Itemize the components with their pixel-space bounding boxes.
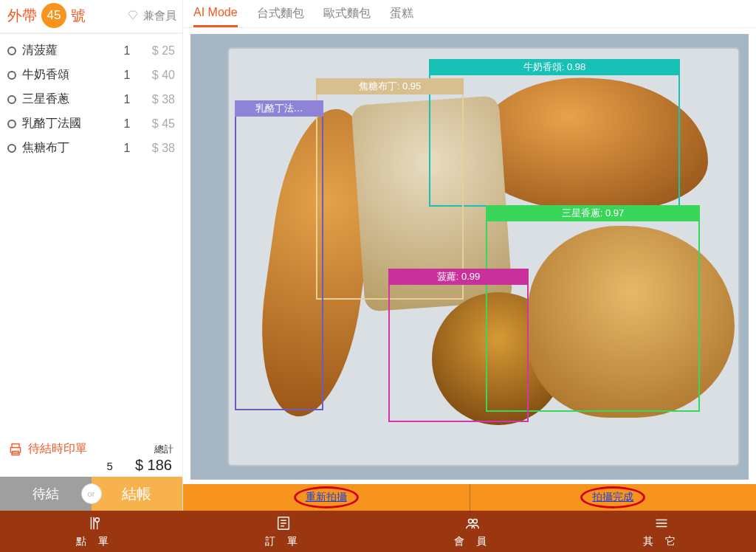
member-chip[interactable]: 兼會員	[127, 9, 176, 23]
hao-label: 號	[71, 6, 86, 26]
camera-action-bar: 重新拍攝 拍攝完成	[183, 484, 756, 511]
item-name: 焦糖布丁	[22, 140, 116, 156]
nav-icon	[86, 515, 103, 534]
item-qty: 1	[116, 117, 138, 131]
svg-point-3	[473, 519, 478, 523]
order-items: 清菠蘿1$ 25牛奶香頌1$ 40三星香蔥1$ 38乳酪丁法國1$ 45焦糖布丁…	[0, 34, 182, 437]
nav-label: 其 它	[643, 535, 680, 548]
nav-icon	[275, 515, 292, 534]
radio-icon	[7, 46, 16, 55]
item-price: $ 38	[138, 142, 175, 155]
radio-icon	[7, 144, 16, 153]
detection-label: 牛奶香頌: 0.98	[429, 59, 680, 75]
detection-box[interactable]: 牛奶香頌: 0.98	[429, 59, 680, 207]
sidebar-header: 外帶 45 號 兼會員	[0, 0, 182, 34]
checkout-button[interactable]: 結帳	[92, 477, 183, 511]
item-name: 乳酪丁法國	[22, 116, 116, 131]
done-label: 拍攝完成	[592, 491, 633, 504]
radio-icon	[7, 71, 16, 80]
nav-item-2[interactable]: 會 員	[378, 511, 567, 552]
done-button[interactable]: 拍攝完成	[470, 484, 757, 511]
nav-label: 訂 單	[265, 535, 302, 548]
order-item[interactable]: 牛奶香頌1$ 40	[7, 63, 175, 87]
main-pane: AI Mode台式麵包歐式麵包蛋糕 牛奶香頌: 0.98焦糖布丁: 0.95乳酪…	[183, 0, 756, 511]
total-qty: 5	[107, 460, 113, 472]
item-qty: 1	[116, 44, 138, 58]
nav-item-3[interactable]: 其 它	[567, 511, 756, 552]
item-name: 清菠蘿	[22, 43, 116, 58]
or-divider: or	[81, 483, 102, 504]
retake-label: 重新拍攝	[306, 491, 347, 504]
print-label[interactable]: 待結時印單	[28, 441, 154, 457]
radio-icon	[7, 95, 16, 104]
nav-icon	[464, 515, 481, 534]
detection-box[interactable]: 菠蘿: 0.99	[388, 269, 529, 422]
nav-label: 點 單	[76, 535, 113, 548]
detection-label: 焦糖布丁: 0.95	[316, 78, 464, 94]
order-item[interactable]: 焦糖布丁1$ 38	[7, 136, 175, 160]
item-qty: 1	[116, 69, 138, 82]
order-summary: 待結時印單 總計 5 $ 186	[0, 437, 182, 477]
order-item[interactable]: 三星香蔥1$ 38	[7, 87, 175, 111]
sidebar-actions: 待結 or 結帳	[0, 477, 182, 511]
item-qty: 1	[116, 142, 138, 155]
item-name: 三星香蔥	[22, 92, 116, 107]
order-number-badge[interactable]: 45	[41, 3, 66, 28]
takeout-label: 外帶	[7, 6, 37, 26]
item-price: $ 25	[138, 44, 175, 58]
nav-icon	[653, 515, 670, 534]
tab-0[interactable]: AI Mode	[193, 6, 238, 27]
tab-2[interactable]: 歐式麵包	[323, 6, 371, 27]
order-item[interactable]: 清菠蘿1$ 25	[7, 38, 175, 63]
item-price: $ 45	[138, 117, 175, 131]
tab-1[interactable]: 台式麵包	[257, 6, 304, 27]
detection-box[interactable]: 乳酪丁法…	[235, 100, 323, 410]
retake-button[interactable]: 重新拍攝	[183, 484, 470, 511]
bottom-nav: 點 單訂 單會 員其 它	[0, 511, 756, 552]
order-sidebar: 外帶 45 號 兼會員 清菠蘿1$ 25牛奶香頌1$ 40三星香蔥1$ 38乳酪…	[0, 0, 183, 511]
order-item[interactable]: 乳酪丁法國1$ 45	[7, 111, 175, 136]
printer-icon[interactable]	[7, 442, 24, 457]
detection-box[interactable]: 焦糖布丁: 0.95	[316, 78, 464, 300]
svg-point-0	[95, 517, 100, 522]
item-name: 牛奶香頌	[22, 67, 116, 83]
detection-label: 三星香蔥: 0.97	[486, 205, 700, 221]
nav-label: 會 員	[454, 535, 491, 548]
hold-button[interactable]: 待結	[0, 477, 92, 511]
total-price: $ 186	[135, 457, 172, 474]
radio-icon	[7, 120, 16, 128]
item-qty: 1	[116, 93, 138, 106]
total-label: 總計	[154, 443, 173, 456]
nav-item-0[interactable]: 點 單	[0, 511, 189, 552]
item-price: $ 40	[138, 69, 175, 82]
tab-3[interactable]: 蛋糕	[390, 6, 413, 27]
svg-point-2	[469, 519, 473, 523]
diamond-icon	[127, 10, 139, 21]
item-price: $ 38	[138, 93, 175, 106]
nav-item-1[interactable]: 訂 單	[189, 511, 378, 552]
detection-label: 乳酪丁法…	[235, 100, 323, 117]
member-label: 兼會員	[143, 9, 176, 23]
camera-preview[interactable]: 牛奶香頌: 0.98焦糖布丁: 0.95乳酪丁法…三星香蔥: 0.97菠蘿: 0…	[190, 34, 749, 480]
category-tabs: AI Mode台式麵包歐式麵包蛋糕	[183, 0, 756, 28]
detection-label: 菠蘿: 0.99	[388, 269, 529, 285]
